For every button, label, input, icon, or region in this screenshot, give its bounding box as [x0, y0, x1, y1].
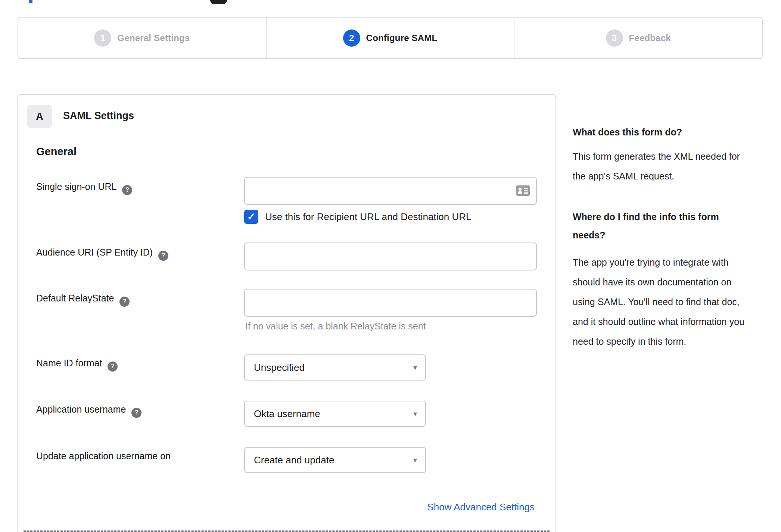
- chevron-down-icon: ▾: [413, 363, 417, 372]
- step-configure-saml[interactable]: 2 Configure SAML: [266, 18, 514, 58]
- sso-url-help-icon[interactable]: ?: [122, 185, 132, 195]
- relaystate-label-text: Default RelayState: [36, 293, 114, 303]
- app-username-select[interactable]: Okta username ▾: [244, 401, 426, 427]
- update-username-label: Update application username on: [36, 451, 171, 461]
- app-username-value: Okta username: [254, 408, 320, 420]
- relaystate-help-icon[interactable]: ?: [119, 297, 130, 307]
- recipient-url-checkbox[interactable]: ✓: [244, 210, 258, 224]
- app-username-help-icon[interactable]: ?: [131, 408, 141, 418]
- relaystate-hint: If no value is set, a blank RelayState i…: [245, 321, 426, 332]
- name-id-format-select[interactable]: Unspecified ▾: [244, 354, 426, 381]
- update-username-label-text: Update application username on: [36, 451, 171, 461]
- update-username-select[interactable]: Create and update ▾: [244, 447, 426, 473]
- address-card-icon: [516, 185, 530, 196]
- sidebar-q2-heading: Where do I find the info this form needs…: [573, 208, 748, 244]
- app-username-label: Application username?: [36, 404, 141, 418]
- chevron-down-icon: ▾: [413, 456, 417, 464]
- sso-url-label: Single sign-on URL?: [36, 181, 132, 195]
- sso-url-input[interactable]: [244, 177, 537, 205]
- name-id-format-help-icon[interactable]: ?: [108, 362, 118, 372]
- step-number-badge: 2: [343, 29, 360, 47]
- show-advanced-settings-link[interactable]: Show Advanced Settings: [427, 501, 535, 513]
- check-icon: ✓: [247, 211, 256, 223]
- audience-uri-help-icon[interactable]: ?: [158, 251, 168, 261]
- audience-uri-input[interactable]: [244, 242, 537, 270]
- step-general-settings[interactable]: 1 General Settings: [18, 18, 266, 58]
- step-label: Configure SAML: [366, 33, 438, 43]
- name-id-format-value: Unspecified: [254, 362, 305, 373]
- audience-uri-label: Audience URI (SP Entity ID)?: [36, 247, 168, 261]
- step-feedback[interactable]: 3 Feedback: [514, 18, 762, 58]
- saml-settings-panel: A SAML Settings General Single sign-on U…: [17, 94, 556, 532]
- cutoff-blue-fragment: [29, 0, 32, 3]
- cutoff-dark-fragment: [210, 0, 227, 4]
- sidebar-q1-heading: What does this form do?: [573, 123, 748, 141]
- section-a-badge: A: [27, 105, 52, 128]
- general-section-title: General: [36, 145, 77, 158]
- step-number-badge: 1: [94, 29, 111, 47]
- name-id-format-label-text: Name ID format: [36, 358, 102, 368]
- chevron-down-icon: ▾: [413, 409, 417, 418]
- step-label: Feedback: [629, 33, 671, 43]
- section-dashed-divider: [24, 531, 550, 532]
- panel-title: SAML Settings: [63, 110, 134, 122]
- audience-uri-label-text: Audience URI (SP Entity ID): [36, 247, 153, 257]
- saml-wizard-screen: 1 General Settings 2 Configure SAML 3 Fe…: [0, 0, 781, 532]
- relaystate-input[interactable]: [244, 289, 537, 317]
- step-number-badge: 3: [606, 29, 623, 47]
- wizard-stepper: 1 General Settings 2 Configure SAML 3 Fe…: [18, 17, 763, 59]
- help-sidebar: What does this form do? This form genera…: [573, 123, 748, 351]
- relaystate-label: Default RelayState?: [36, 293, 130, 307]
- step-label: General Settings: [117, 33, 190, 43]
- update-username-value: Create and update: [254, 454, 334, 466]
- sso-url-label-text: Single sign-on URL: [36, 181, 116, 192]
- sidebar-q1-body: This form generates the XML needed for t…: [573, 147, 748, 186]
- app-username-label-text: Application username: [36, 404, 126, 414]
- recipient-url-checkbox-label: Use this for Recipient URL and Destinati…: [265, 211, 472, 223]
- name-id-format-label: Name ID format?: [36, 358, 118, 372]
- sidebar-q2-body: The app you're trying to integrate with …: [573, 253, 748, 351]
